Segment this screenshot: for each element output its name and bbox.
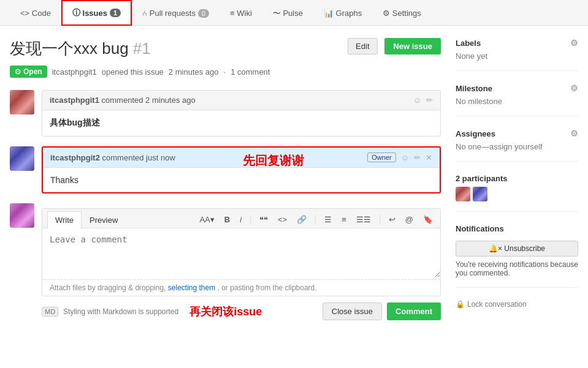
labels-section: Labels ⚙ None yet — [456, 38, 578, 71]
toolbar-sep-1 — [250, 215, 251, 225]
write-container: Write Preview AA▾ B i ❝❝ <> 🔗 ☰ — [42, 203, 441, 326]
tab-pulse[interactable]: 〜 Pulse — [262, 1, 313, 25]
edit-icon-1[interactable]: ✏ — [426, 96, 433, 105]
wiki-icon: ≡ — [230, 9, 235, 18]
submit-row: MD Styling with Markdown is supported 再关… — [42, 296, 441, 326]
comment-actions-1: ☺ ✏ — [413, 96, 433, 105]
avatar-1 — [10, 90, 34, 115]
assignees-gear-icon[interactable]: ⚙ — [570, 129, 578, 138]
comment-header-1: itcastphpgit1 commented 2 minutes ago ☺ … — [42, 91, 440, 110]
avatar-pixel-3 — [10, 203, 34, 228]
pr-badge: 0 — [198, 9, 209, 18]
tab-code[interactable]: <> Code — [10, 2, 61, 24]
edit-button[interactable]: Edit — [348, 38, 377, 54]
participant-avatar-1 — [456, 187, 470, 201]
repo-nav: <> Code ⓘ Issues 1 ⑃ Pull requests 0 ≡ W… — [0, 0, 588, 26]
toolbar-quote[interactable]: ❝❝ — [257, 214, 270, 225]
issue-meta-text: opened this issue — [102, 67, 164, 77]
comment-button[interactable]: Comment — [387, 302, 441, 320]
toolbar-link[interactable]: 🔗 — [294, 214, 309, 225]
avatar-3 — [10, 203, 34, 228]
comment-actions-2: Owner ☺ ✏ ✕ — [367, 152, 432, 162]
edit-icon-2[interactable]: ✏ — [414, 153, 421, 162]
unsubscribe-button[interactable]: 🔔× Unsubscribe — [456, 241, 578, 257]
assignees-header: Assignees ⚙ — [456, 129, 578, 138]
toolbar-code[interactable]: <> — [275, 214, 289, 225]
toolbar-italic[interactable]: i — [237, 214, 244, 225]
assignees-section: Assignees ⚙ No one—assign yourself — [456, 129, 578, 162]
write-tabs: Write Preview AA▾ B i ❝❝ <> 🔗 ☰ — [42, 209, 440, 228]
comment-2: itcastphpgit2 commented just now Owner ☺… — [10, 146, 441, 193]
issue-time: 2 minutes ago — [169, 67, 219, 77]
close-icon-2[interactable]: ✕ — [426, 153, 432, 162]
participant-avatar-2 — [473, 187, 487, 201]
code-icon: <> — [20, 9, 29, 18]
comment-header-2: itcastphpgit2 commented just now Owner ☺… — [43, 148, 440, 168]
emoji-icon-2[interactable]: ☺ — [401, 153, 409, 162]
lock-icon: 🔒 — [456, 300, 465, 309]
new-issue-button[interactable]: New issue — [384, 38, 441, 54]
settings-icon: ⚙ — [383, 9, 390, 18]
open-icon: ⊙ — [15, 67, 21, 76]
tab-graphs[interactable]: 📊 Graphs — [313, 2, 372, 24]
comment-count: 1 comment — [231, 67, 270, 77]
pr-icon: ⑃ — [142, 9, 147, 18]
labels-value: None yet — [456, 51, 578, 61]
issues-badge: 1 — [110, 9, 121, 17]
milestone-gear-icon[interactable]: ⚙ — [570, 83, 578, 93]
emoji-icon-1[interactable]: ☺ — [413, 96, 421, 105]
tab-pull-requests[interactable]: ⑃ Pull requests 0 — [132, 2, 220, 24]
annotation-second: 再关闭该issue — [189, 304, 262, 319]
styling-text: Styling with Markdown is supported — [63, 307, 178, 316]
submit-left: MD Styling with Markdown is supported 再关… — [42, 304, 262, 319]
issue-header: 发现一个xxx bug #1 Edit New issue — [10, 38, 441, 59]
toolbar-mention[interactable]: @ — [403, 214, 416, 225]
toolbar-list-ul[interactable]: ☰ — [322, 214, 334, 225]
comment-author-2: itcastphpgit2 commented just now — [50, 153, 175, 162]
toolbar-list-task[interactable]: ☰☰ — [354, 214, 373, 225]
write-footer: Attach files by dragging & dropping, sel… — [42, 279, 440, 296]
toolbar-bookmark[interactable]: 🔖 — [421, 214, 435, 225]
milestone-header: Milestone ⚙ — [456, 83, 578, 93]
tab-issues[interactable]: ⓘ Issues 1 — [61, 0, 132, 26]
issue-number: #1 — [133, 39, 151, 58]
tab-preview[interactable]: Preview — [82, 211, 126, 228]
participants-header: 2 participants — [456, 174, 578, 183]
page-content: 发现一个xxx bug #1 Edit New issue ⊙ Open itc… — [0, 26, 588, 348]
milestone-section: Milestone ⚙ No milestone — [456, 83, 578, 116]
toolbar-sep-2 — [315, 215, 316, 225]
notification-text: You're receiving notifications because y… — [456, 260, 578, 277]
notifications-header: Notifications — [456, 224, 578, 233]
avatar-pixel-2 — [10, 146, 34, 171]
comment-box-2: itcastphpgit2 commented just now Owner ☺… — [42, 146, 441, 193]
graphs-icon: 📊 — [324, 9, 334, 18]
issue-meta: ⊙ Open itcastphpgit1 opened this issue 2… — [10, 66, 441, 78]
tab-settings[interactable]: ⚙ Settings — [372, 2, 432, 24]
main-column: 发现一个xxx bug #1 Edit New issue ⊙ Open itc… — [10, 38, 441, 336]
toolbar-bold[interactable]: B — [222, 214, 232, 225]
sidebar: Labels ⚙ None yet Milestone ⚙ No milesto… — [456, 38, 578, 336]
toolbar-reply[interactable]: ↩ — [386, 214, 398, 225]
select-files-link[interactable]: selecting them — [168, 284, 215, 292]
tab-wiki[interactable]: ≡ Wiki — [220, 2, 262, 24]
issues-icon: ⓘ — [72, 7, 80, 18]
milestone-value: No milestone — [456, 97, 578, 106]
notifications-section: Notifications 🔔× Unsubscribe You're rece… — [456, 224, 578, 288]
lock-conversation[interactable]: 🔒 Lock conversation — [456, 300, 578, 309]
comment-body-2: Thanks — [43, 168, 440, 192]
open-badge: ⊙ Open — [10, 66, 47, 78]
toolbar-aa[interactable]: AA▾ — [197, 214, 216, 225]
tab-write[interactable]: Write — [47, 211, 82, 228]
toolbar-list-ol[interactable]: ≡ — [339, 214, 349, 225]
pulse-icon: 〜 — [273, 8, 281, 19]
write-toolbar: AA▾ B i ❝❝ <> 🔗 ☰ ≡ ☰☰ ↩ — [197, 214, 435, 225]
close-issue-button[interactable]: Close issue — [323, 302, 382, 320]
issue-author: itcastphpgit1 — [52, 67, 97, 77]
labels-gear-icon[interactable]: ⚙ — [570, 38, 578, 48]
avatar-2 — [10, 146, 34, 171]
participant-avatars — [456, 187, 578, 201]
comment-input[interactable] — [42, 228, 440, 277]
write-area: Write Preview AA▾ B i ❝❝ <> 🔗 ☰ — [42, 208, 441, 296]
submit-right: Close issue Comment — [323, 302, 441, 320]
comment-body-1: 具体bug描述 — [42, 110, 440, 136]
